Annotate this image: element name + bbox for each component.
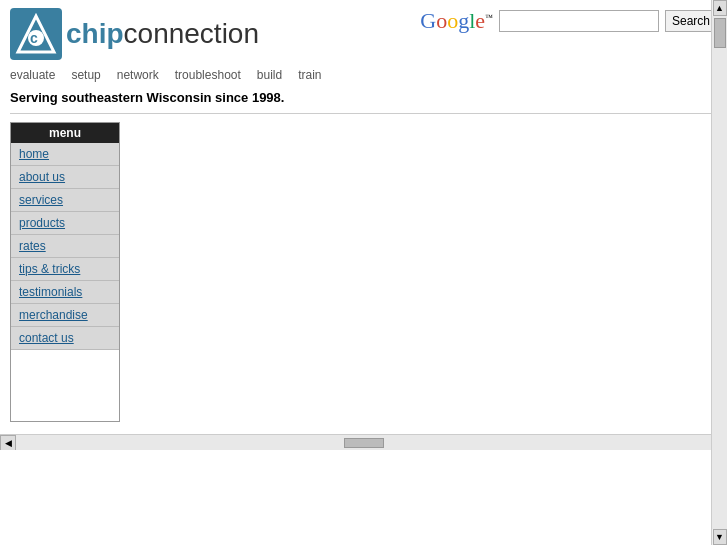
scroll-track-h	[16, 435, 711, 450]
sidebar-item-home[interactable]: home	[11, 143, 119, 166]
sidebar-item-products[interactable]: products	[11, 212, 119, 235]
sidebar-item-about-us[interactable]: about us	[11, 166, 119, 189]
nav-evaluate[interactable]: evaluate	[10, 68, 55, 82]
sidebar-item-merchandise[interactable]: merchandise	[11, 304, 119, 327]
logo-icon: c	[10, 8, 62, 60]
sidebar-item-contact-us[interactable]: contact us	[11, 327, 119, 350]
sidebar-item-services[interactable]: services	[11, 189, 119, 212]
search-input[interactable]	[499, 10, 659, 32]
logo-text: chipconnection	[66, 20, 259, 48]
scroll-thumb-h[interactable]	[344, 438, 384, 448]
logo-chip: chip	[66, 18, 124, 49]
sidebar-item-testimonials[interactable]: testimonials	[11, 281, 119, 304]
nav-setup[interactable]: setup	[71, 68, 100, 82]
logo-connection: connection	[124, 18, 259, 49]
nav-build[interactable]: build	[257, 68, 282, 82]
nav-bar: evaluate setup network troubleshoot buil…	[0, 64, 727, 86]
nav-troubleshoot[interactable]: troubleshoot	[175, 68, 241, 82]
google-logo: Google™	[420, 8, 493, 34]
search-button[interactable]: Search	[665, 10, 717, 32]
tagline: Serving southeastern Wisconsin since 199…	[0, 86, 727, 113]
main-layout: menu home about us services products rat…	[0, 114, 727, 430]
scroll-up-arrow[interactable]: ▲	[713, 0, 727, 16]
scroll-track-v	[712, 16, 727, 450]
sidebar-item-rates[interactable]: rates	[11, 235, 119, 258]
menu-header: menu	[11, 123, 119, 143]
nav-train[interactable]: train	[298, 68, 321, 82]
scroll-left-arrow[interactable]: ◀	[0, 435, 16, 451]
bottom-scrollbar: ◀ ▶	[0, 434, 727, 450]
search-area: Google™ Search	[420, 8, 717, 34]
logo-area: c chipconnection	[10, 8, 259, 60]
sidebar-nav: home about us services products rates ti…	[11, 143, 119, 350]
right-scrollbar: ▲ ▼	[711, 0, 727, 450]
content-area	[130, 122, 717, 422]
sidebar: menu home about us services products rat…	[10, 122, 120, 422]
scroll-thumb-v[interactable]	[714, 18, 726, 48]
header: c chipconnection Google™ Search	[0, 0, 727, 64]
google-tm: ™	[485, 13, 493, 22]
svg-text:c: c	[30, 30, 38, 46]
nav-network[interactable]: network	[117, 68, 159, 82]
sidebar-item-tips-tricks[interactable]: tips & tricks	[11, 258, 119, 281]
